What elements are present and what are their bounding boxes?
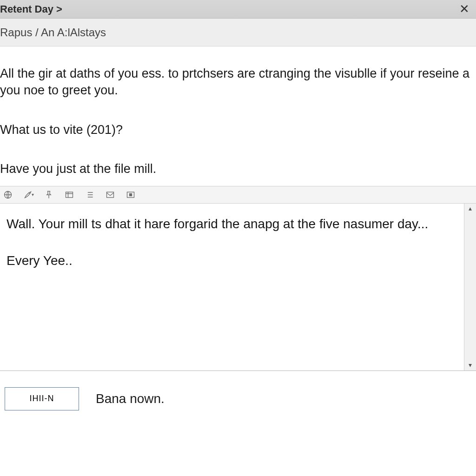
list-icon[interactable] — [84, 189, 96, 201]
svg-rect-4 — [130, 193, 132, 196]
svg-rect-2 — [107, 192, 114, 198]
breadcrumb: Rapus / An A:lAlstays — [0, 26, 106, 39]
editor-line-1: Wall. Your mill ts dhat it hare forgarid… — [7, 214, 457, 234]
vertical-scrollbar[interactable]: ▴ ▾ — [464, 204, 476, 370]
dialog-window: Retent Day > ✕ Rapus / An A:lAlstays All… — [0, 0, 476, 476]
message-body: All the gir at daths of you ess. to prtc… — [0, 46, 476, 476]
footer-text: Bana nown. — [96, 390, 165, 408]
layout-icon[interactable] — [63, 189, 75, 201]
window-title: Retent Day > — [0, 3, 456, 15]
editor-toolbar: ▾ — [0, 186, 476, 204]
body-paragraph-3: Have you just at the file mill. — [0, 160, 476, 177]
stop-icon[interactable] — [125, 189, 137, 201]
body-paragraph-1: All the gir at daths of you ess. to prtc… — [0, 65, 476, 99]
pin-icon[interactable] — [43, 189, 55, 201]
brush-icon[interactable]: ▾ — [22, 189, 34, 201]
breadcrumb-bar: Rapus / An A:lAlstays — [0, 19, 476, 46]
titlebar: Retent Day > ✕ — [0, 0, 476, 19]
scroll-down-icon[interactable]: ▾ — [464, 360, 476, 370]
editor-line-2: Every Yee.. — [7, 251, 457, 271]
mail-icon[interactable] — [104, 189, 116, 201]
body-paragraph-2: What us to vite (201)? — [0, 121, 476, 138]
dialog-footer: IHII-N Bana nown. — [0, 371, 476, 427]
primary-button[interactable]: IHII-N — [5, 387, 79, 410]
editor-textarea[interactable]: Wall. Your mill ts dhat it hare forgarid… — [0, 204, 464, 370]
svg-rect-1 — [66, 192, 73, 198]
globe-icon[interactable] — [2, 189, 14, 201]
editor-pane: Wall. Your mill ts dhat it hare forgarid… — [0, 204, 476, 371]
scroll-up-icon[interactable]: ▴ — [464, 204, 476, 214]
close-icon[interactable]: ✕ — [456, 2, 473, 16]
